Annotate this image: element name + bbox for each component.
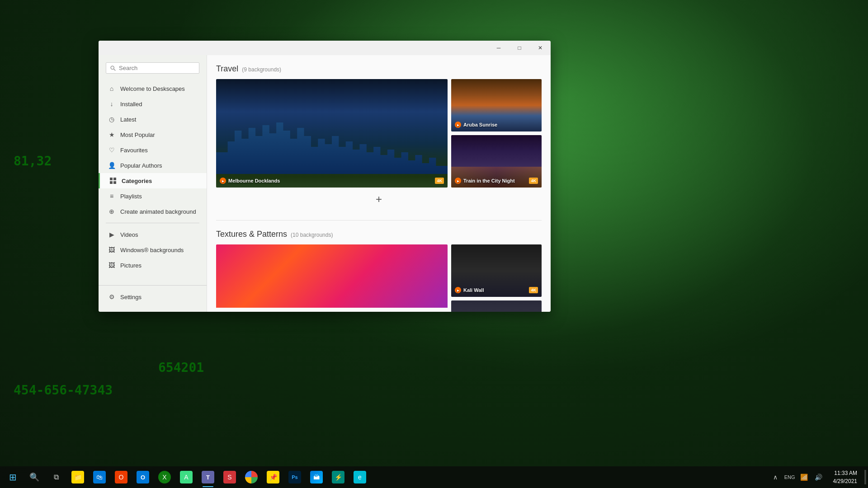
sidebar-item-most-popular[interactable]: ★ Most Popular	[99, 127, 207, 142]
sidebar-label-most-popular: Most Popular	[120, 131, 155, 138]
taskbar-clock[interactable]: 11:33 AM 4/29/2021	[828, 469, 863, 485]
textures-section: Textures & Patterns (10 backgrounds)	[216, 230, 542, 312]
main-content[interactable]: Travel (9 backgrounds) Melbourne Docklan…	[207, 55, 551, 312]
taskbar-office[interactable]: O	[110, 466, 132, 488]
sidebar-item-favourites[interactable]: ♡ Favourites	[99, 142, 207, 158]
taskbar-photos[interactable]: 🏔	[306, 466, 327, 488]
svg-rect-4	[110, 181, 113, 184]
taskbar-search-icon: 🔍	[29, 472, 39, 482]
taskbar-task-view[interactable]: ⧉	[45, 466, 67, 488]
sidebar-item-windows-backgrounds[interactable]: 🖼 Windows® backgrounds	[99, 242, 207, 258]
textures-count: (10 backgrounds)	[291, 232, 333, 238]
travel-section: Travel (9 backgrounds) Melbourne Docklan…	[216, 64, 542, 211]
search-box[interactable]	[106, 62, 199, 74]
load-more-button[interactable]: +	[216, 188, 542, 211]
taskbar-photoshop[interactable]: Ps	[284, 466, 306, 488]
texture-pink-card[interactable]	[216, 244, 448, 312]
download-icon: ↓	[108, 100, 116, 108]
title-bar: ─ □ ✕	[99, 41, 551, 55]
travel-section-header: Travel (9 backgrounds)	[216, 64, 542, 74]
sidebar-item-installed[interactable]: ↓ Installed	[99, 96, 207, 112]
sticky-icon: 📌	[267, 471, 279, 483]
melbourne-title: Melbourne Docklands	[228, 178, 280, 183]
taskbar-edge[interactable]: e	[349, 466, 371, 488]
window-controls: ─ □ ✕	[488, 41, 551, 55]
texture-dark-card[interactable]	[451, 300, 542, 312]
plus-icon: +	[376, 193, 382, 206]
maximize-button[interactable]: □	[509, 41, 530, 55]
svg-rect-2	[110, 178, 113, 180]
sidebar-item-categories[interactable]: Categories	[99, 173, 207, 188]
video-icon: ▶	[108, 230, 116, 239]
sidebar-label-latest: Latest	[120, 116, 136, 123]
task-view-icon: ⧉	[54, 473, 59, 481]
train-play-icon	[455, 178, 461, 184]
window-body: ⌂ Welcome to Deskscapes ↓ Installed ◷ La…	[99, 55, 551, 312]
svg-point-0	[111, 66, 114, 69]
taskbar-search[interactable]: 🔍	[24, 466, 45, 488]
taskbar-sticky[interactable]: 📌	[262, 466, 284, 488]
taskbar-app16[interactable]: ⚡	[327, 466, 349, 488]
travel-title: Travel	[216, 64, 238, 74]
start-button[interactable]: ⊞	[2, 466, 24, 488]
tray-chevron[interactable]: ∧	[768, 470, 783, 484]
person-icon: 👤	[108, 161, 116, 169]
svg-rect-5	[113, 181, 116, 184]
star-icon: ★	[108, 131, 116, 139]
minimize-button[interactable]: ─	[488, 41, 509, 55]
search-input[interactable]	[119, 65, 195, 71]
kali-play-icon	[455, 287, 461, 293]
aruba-card[interactable]: Aruba Sunrise	[451, 79, 542, 131]
kali-title: Kali Wall	[463, 287, 484, 293]
plus-circle-icon: ⊕	[108, 207, 116, 216]
taskbar-teams[interactable]: T	[197, 466, 219, 488]
sidebar-item-popular-authors[interactable]: 👤 Popular Authors	[99, 158, 207, 173]
sidebar-item-playlists[interactable]: ≡ Playlists	[99, 188, 207, 204]
train-badge: 4K	[529, 178, 538, 184]
taskbar-store[interactable]: 🛍	[89, 466, 110, 488]
sidebar-label-videos: Videos	[120, 231, 138, 238]
sidebar-item-settings[interactable]: ⚙ Settings	[99, 289, 207, 305]
sidebar-item-pictures[interactable]: 🖼 Pictures	[99, 258, 207, 273]
aruba-label: Aruba Sunrise	[455, 122, 497, 128]
sidebar-item-latest[interactable]: ◷ Latest	[99, 112, 207, 127]
xbox-icon: X	[158, 471, 171, 483]
show-desktop[interactable]	[864, 470, 866, 484]
melbourne-play-icon	[220, 178, 226, 184]
melbourne-card[interactable]: Melbourne Docklands 4K	[216, 79, 448, 188]
sidebar-label-create-animated: Create animated background	[120, 208, 196, 215]
taskbar-xbox[interactable]: X	[154, 466, 175, 488]
heart-icon: ♡	[108, 146, 116, 154]
clock-icon: ◷	[108, 115, 116, 123]
tray-volume[interactable]: 🔊	[811, 470, 826, 484]
melbourne-badge: 4K	[435, 178, 444, 184]
taskbar-outlook[interactable]: O	[132, 466, 154, 488]
close-button[interactable]: ✕	[530, 41, 551, 55]
tray-language[interactable]: ENG	[783, 470, 797, 484]
tray-network[interactable]: 📶	[797, 470, 811, 484]
clock-time: 11:33 AM	[834, 469, 857, 477]
taskbar-solitaire[interactable]: S	[219, 466, 241, 488]
sidebar-item-create-animated[interactable]: ⊕ Create animated background	[99, 204, 207, 219]
sidebar-label-pictures: Pictures	[120, 262, 142, 269]
sidebar-label-categories: Categories	[122, 178, 152, 184]
matrix-text-3: 654201	[158, 360, 204, 375]
texture-pink-image	[216, 244, 448, 308]
texture-dark-image	[451, 300, 542, 312]
photoshop-icon: Ps	[288, 471, 301, 483]
solitaire-icon: S	[223, 471, 236, 483]
clock-date: 4/29/2021	[833, 477, 857, 485]
travel-side: Aruba Sunrise Train in the City Night 4K	[451, 79, 542, 188]
train-card[interactable]: Train in the City Night 4K	[451, 135, 542, 188]
taskbar-chrome[interactable]	[241, 466, 262, 488]
sidebar-label-welcome: Welcome to Deskscapes	[120, 85, 185, 92]
taskbar-android[interactable]: A	[175, 466, 197, 488]
kali-card[interactable]: Kali Wall 4K	[451, 244, 542, 297]
taskbar-explorer[interactable]: 📁	[67, 466, 89, 488]
taskbar-tray: ∧ ENG 📶 🔊	[766, 470, 828, 484]
sidebar-item-videos[interactable]: ▶ Videos	[99, 227, 207, 242]
sidebar-item-welcome[interactable]: ⌂ Welcome to Deskscapes	[99, 81, 207, 96]
sidebar-bottom: ⚙ Settings	[99, 285, 207, 305]
list-icon: ≡	[108, 192, 116, 200]
sidebar-divider	[106, 223, 199, 223]
